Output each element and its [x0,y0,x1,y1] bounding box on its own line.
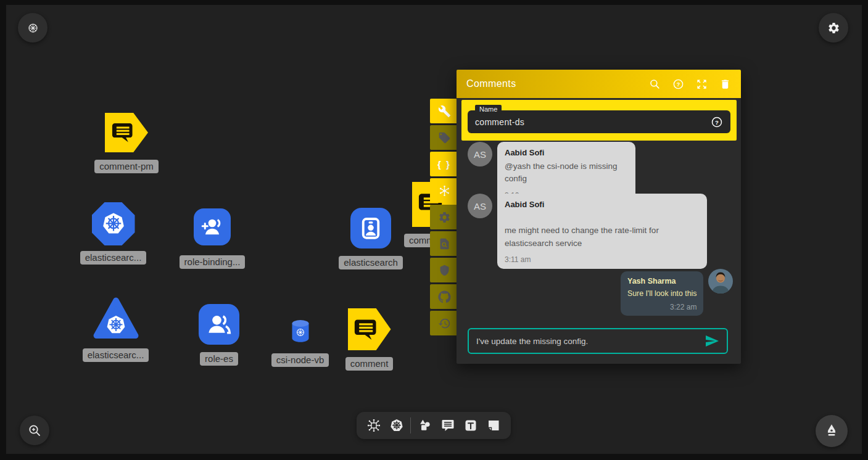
tool-note[interactable] [484,416,503,435]
wrench-icon [438,105,451,118]
message-bubble: Aabid Sofi me might need to change the r… [497,194,707,269]
help-icon[interactable] [672,78,684,90]
node-label: csi-node-vb [271,353,329,367]
menu-button[interactable] [18,13,48,43]
comment-input[interactable] [476,337,705,346]
cylinder-shape[interactable] [289,319,312,343]
node-label: role-binding... [180,255,246,269]
tool-comment[interactable] [439,416,457,435]
kubernetes-triangle-shape[interactable] [93,297,139,341]
message-author: Yash Sharma [627,277,696,285]
app-window: comment-pm elasticsearc... role-binding.… [0,0,868,460]
node-label: comment [345,357,394,371]
node-role-es[interactable]: role-es [191,304,247,366]
node-csi-node-vb[interactable]: csi-node-vb [268,319,333,367]
tool-security[interactable] [430,258,458,282]
badge-icon [358,215,384,241]
pen-tool-button[interactable] [816,415,848,447]
tool-json[interactable]: { } [430,152,458,176]
speech-bubble-icon [107,118,138,147]
chat-message: Yash Sharma Sure I'll look into this 3:2… [621,271,733,316]
comments-panel: Comments Name AS Aabid Sofi @yash the cs… [457,70,741,364]
node-comment[interactable]: comment [343,308,395,371]
role-shape[interactable] [199,304,239,345]
tool-settings[interactable] [430,205,458,229]
speech-bubble-icon [350,314,381,345]
tool-mesh-sync[interactable] [430,178,458,203]
tool-node-graph[interactable] [365,416,383,435]
users-icon [206,311,232,337]
node-label: elasticsearc... [80,251,147,265]
name-input[interactable] [475,117,711,127]
message-text: me might need to change the rate-limit f… [505,212,700,250]
kubernetes-icon [389,418,404,433]
braces-icon: { } [437,159,451,170]
note-icon [486,418,501,433]
kubernetes-icon [296,327,305,337]
service-account-shape[interactable] [350,208,391,248]
node-elasticsearch-octagon[interactable]: elasticsearc... [81,202,146,265]
message-text: Sure I'll look into this [627,288,696,299]
panel-title: Comments [466,78,516,89]
pen-icon [824,423,840,439]
name-field-label: Name [475,105,502,114]
shield-icon [438,264,451,277]
tag-icon [438,131,451,144]
expand-icon[interactable] [696,78,708,90]
circuit-icon [366,418,381,433]
users-plus-icon [200,215,224,239]
message-author: Aabid Sofi [505,148,628,157]
node-elasticsearch-triangle[interactable]: elasticsearc... [83,297,148,362]
node-label: elasticsearc... [83,348,149,362]
kubernetes-octagon-shape[interactable] [92,202,135,245]
chat-message: AS Aabid Sofi me might need to change th… [468,194,707,269]
zoom-in-icon [27,423,42,438]
name-help-icon[interactable] [711,116,723,128]
message-author: Aabid Sofi [505,200,700,209]
role-binding-shape[interactable] [194,208,231,245]
avatar-photo [708,269,733,294]
avatar: AS [468,194,492,218]
node-label: elasticsearch [339,256,403,269]
node-action-toolbar: { } [430,99,458,335]
settings-button[interactable] [819,13,848,43]
tool-text[interactable] [461,416,480,435]
delete-icon[interactable] [719,78,731,90]
tool-github[interactable] [430,284,458,309]
shapes-icon [418,418,432,433]
tool-shapes[interactable] [416,416,434,435]
toolbar-divider [410,417,411,433]
gear-icon [827,22,840,35]
tool-inspect[interactable] [430,231,458,256]
shape-toolbar [357,412,511,439]
comment-shape[interactable] [105,113,148,152]
comment-icon [440,418,455,433]
node-comment-pm[interactable]: comment-pm [93,113,160,173]
comment-shape[interactable] [348,308,391,350]
hub-icon [438,184,451,197]
tool-history[interactable] [430,311,458,335]
text-icon [463,418,478,433]
github-icon [438,290,451,303]
zoom-button[interactable] [20,416,49,445]
comment-composer[interactable] [468,328,728,354]
message-time: 3:22 am [627,303,696,311]
tool-kubernetes[interactable] [387,416,406,435]
history-icon [438,317,451,330]
tool-tags[interactable] [430,125,458,150]
node-label: comment-pm [94,160,159,173]
search-icon[interactable] [649,78,661,90]
tool-configure[interactable] [430,99,458,123]
node-role-binding[interactable]: role-binding... [178,208,246,269]
message-bubble: Yash Sharma Sure I'll look into this 3:2… [621,271,703,316]
name-input-wrap[interactable]: Name [468,110,730,133]
kubernetes-wheel-icon [27,22,39,34]
gear-icon [438,211,451,224]
node-label: role-es [200,352,238,366]
comments-panel-header[interactable]: Comments [457,70,741,98]
message-time: 3:11 am [505,255,700,264]
node-elasticsearch-serviceaccount[interactable]: elasticsearch [340,208,402,269]
kubernetes-icon [105,314,127,336]
avatar: AS [468,142,492,166]
send-icon[interactable] [705,334,719,348]
